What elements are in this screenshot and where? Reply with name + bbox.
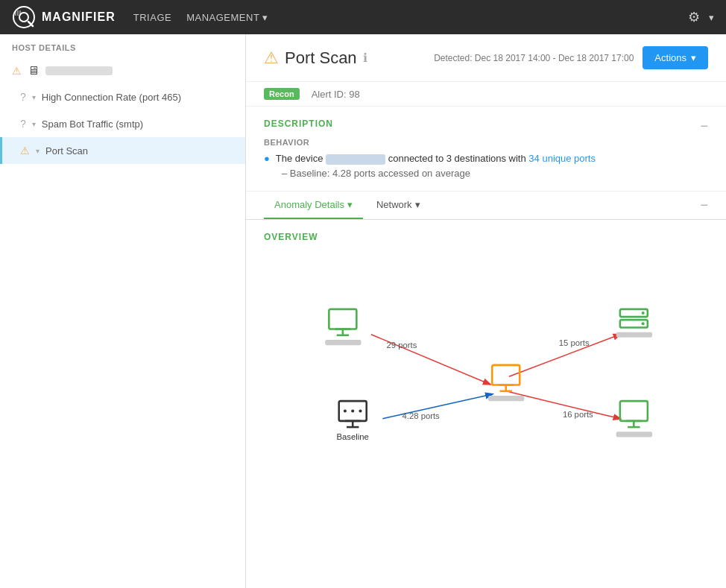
center-node <box>488 364 524 400</box>
logo: ||| MAGNIFIER <box>12 5 116 29</box>
tab-anomaly-details[interactable]: Anomaly Details ▾ <box>264 192 363 219</box>
behavior-title: BEHAVIOR <box>264 138 708 147</box>
tab-network[interactable]: Network ▾ <box>366 192 431 219</box>
host-ip <box>45 66 113 75</box>
ports-16-label: 16 ports <box>563 409 593 418</box>
main-content: ⚠ Port Scan ℹ Detected: Dec 18 2017 14:0… <box>246 34 726 588</box>
overview-section: OVERVIEW <box>246 220 726 588</box>
svg-point-29 <box>642 322 645 325</box>
detected-time: Detected: Dec 18 2017 14:00 - Dec 18 201… <box>434 53 634 63</box>
actions-button[interactable]: Actions ▾ <box>643 46 708 69</box>
nav-links: TRIAGE MANAGEMENT ▾ <box>133 12 667 23</box>
top-navigation: ||| MAGNIFIER TRIAGE MANAGEMENT ▾ ⚙ ▾ <box>0 0 726 34</box>
main-layout: HOST DETAILS ⚠ 🖥 ? ▾ High Connection Rat… <box>0 34 726 588</box>
unique-ports-link[interactable]: 34 unique ports <box>528 153 596 164</box>
alert-id: Alert ID: 98 <box>312 89 360 100</box>
source-node <box>325 309 361 344</box>
svg-text:|||: ||| <box>15 10 22 16</box>
ports-baseline-label: 4.28 ports <box>403 411 441 420</box>
ports-15-label: 15 ports <box>559 338 590 347</box>
page-title: Port Scan <box>285 48 357 68</box>
tabs-minimize-button[interactable]: − <box>700 197 708 213</box>
sidebar-item-label: High Connection Rate (port 465) <box>42 92 181 103</box>
question-icon-2: ? <box>20 118 26 130</box>
svg-rect-17 <box>488 396 524 401</box>
page-header: ⚠ Port Scan ℹ Detected: Dec 18 2017 14:0… <box>246 34 726 82</box>
nav-triage[interactable]: TRIAGE <box>133 12 171 23</box>
logo-text: MAGNIFIER <box>42 10 116 24</box>
nav-dropdown-arrow[interactable]: ▾ <box>709 12 714 23</box>
sidebar-item-port-scan[interactable]: ⚠ ▾ Port Scan <box>0 137 245 164</box>
sidebar-item-high-connection-rate[interactable]: ? ▾ High Connection Rate (port 465) <box>0 83 245 110</box>
sidebar-header: HOST DETAILS <box>0 34 245 58</box>
bullet-icon: ● <box>264 153 270 164</box>
behavior-baseline: – Baseline: 4.28 ports accessed on avera… <box>264 168 708 179</box>
description-section: DESCRIPTION BEHAVIOR ● The device connec… <box>246 107 726 192</box>
svg-rect-35 <box>616 431 652 437</box>
settings-button[interactable]: ⚙ <box>685 6 703 28</box>
svg-rect-31 <box>620 401 648 421</box>
svg-point-20 <box>351 409 354 412</box>
sidebar: HOST DETAILS ⚠ 🖥 ? ▾ High Connection Rat… <box>0 34 246 588</box>
logo-icon: ||| <box>12 5 36 29</box>
svg-rect-13 <box>492 364 520 385</box>
nav-right: ⚙ ▾ <box>685 6 714 28</box>
svg-point-19 <box>344 409 347 412</box>
behavior-item: ● The device connected to 3 destinations… <box>264 153 708 165</box>
sidebar-item-spam-bot-traffic[interactable]: ? ▾ Spam Bot Traffic (smtp) <box>0 110 245 137</box>
description-title: DESCRIPTION <box>264 118 708 129</box>
svg-point-21 <box>359 409 362 412</box>
warning-icon: ⚠ <box>20 145 30 157</box>
redacted-ip <box>326 154 385 165</box>
host-monitor-icon: 🖥 <box>28 64 40 78</box>
sidebar-item-label-2: Spam Bot Traffic (smtp) <box>42 118 143 130</box>
network-diagram-svg: 29 ports 15 ports 16 ports 4.28 ports <box>264 257 708 481</box>
dest1-node <box>616 309 652 337</box>
sidebar-item-label-3: Port Scan <box>45 145 88 157</box>
page-title-area: ⚠ Port Scan ℹ <box>264 48 425 68</box>
tabs-section: Anomaly Details ▾ Network ▾ − <box>246 192 726 220</box>
ports-29-label: 29 ports <box>387 341 417 350</box>
page-warning-icon: ⚠ <box>264 48 279 68</box>
info-icon[interactable]: ℹ <box>363 51 367 65</box>
sub-header: Recon Alert ID: 98 <box>246 82 726 107</box>
svg-point-28 <box>642 311 645 314</box>
sidebar-host: ⚠ 🖥 <box>0 58 245 83</box>
question-icon: ? <box>20 91 26 103</box>
svg-rect-12 <box>325 340 361 345</box>
description-minimize-button[interactable]: − <box>700 118 708 134</box>
svg-rect-30 <box>616 332 652 337</box>
badge-recon: Recon <box>264 88 300 100</box>
overview-title: OVERVIEW <box>264 232 708 242</box>
network-diagram: 29 ports 15 ports 16 ports 4.28 ports <box>264 257 708 481</box>
baseline-node: Baseline <box>337 401 369 440</box>
svg-text:Baseline: Baseline <box>337 431 369 440</box>
host-warning-icon: ⚠ <box>12 65 22 77</box>
nav-management[interactable]: MANAGEMENT ▾ <box>186 12 268 23</box>
svg-rect-8 <box>329 309 356 329</box>
dest2-node <box>616 401 652 437</box>
